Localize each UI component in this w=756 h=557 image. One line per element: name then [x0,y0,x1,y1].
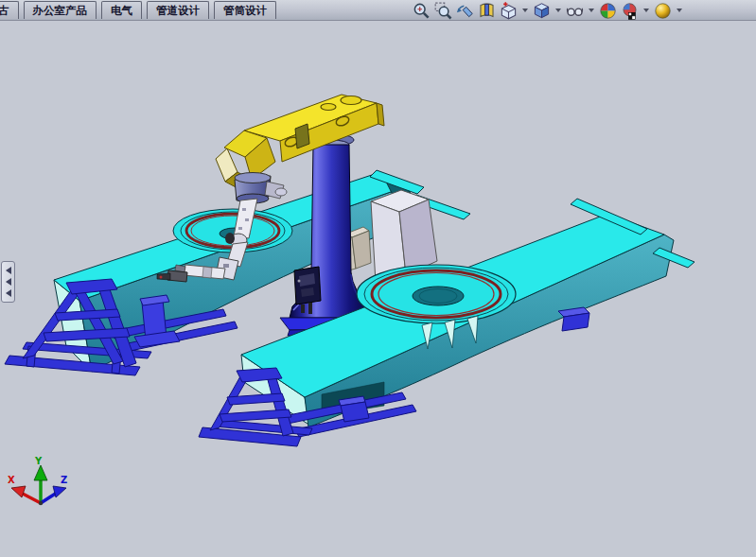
previous-view-icon[interactable] [456,2,474,20]
display-style-dropdown-arrow[interactable] [555,9,561,12]
hide-show-items-dropdown-arrow[interactable] [589,9,594,12]
view-settings-icon[interactable] [621,2,639,20]
view-orientation-dropdown-arrow[interactable] [522,9,528,12]
commandmanager-tab-2[interactable]: 办公室产品 [24,1,97,19]
reference-triad: X Y Z [8,456,67,505]
zoom-to-fit-icon[interactable] [413,2,431,20]
hide-show-items-icon[interactable] [566,2,584,20]
solidworks-window: { "tab_bar": { "tabs": [ { "label": "古",… [0,0,756,557]
commandmanager-bar: 古办公室产品电气管道设计管筒设计 [0,0,756,21]
commandmanager-tab-1[interactable]: 古 [0,1,19,19]
apply-scene-icon[interactable] [599,2,617,20]
commandmanager-tab-4[interactable]: 管道设计 [147,1,209,19]
expand-left-icon [6,267,11,274]
triad-z-label: Z [61,475,67,485]
commandmanager-tab-5[interactable]: 管筒设计 [214,1,276,19]
commandmanager-tabs: 古办公室产品电气管道设计管筒设计 [0,1,276,20]
panel-expander[interactable] [1,261,15,303]
section-view-icon[interactable] [478,2,496,20]
view-settings-dropdown-arrow[interactable] [643,9,649,12]
heads-up-view-toolbar [413,0,683,21]
edit-appearance-icon[interactable] [654,2,672,20]
rotation-ring-right[interactable] [357,265,516,323]
support-block-mid[interactable] [339,396,369,422]
zoom-to-area-icon[interactable] [434,2,452,20]
model-viewport[interactable]: X Y Z [0,0,756,557]
commandmanager-tab-3[interactable]: 电气 [101,1,142,19]
display-style-icon[interactable] [533,2,551,20]
edit-appearance-dropdown-arrow[interactable] [677,9,682,12]
expand-left-icon [6,289,11,297]
triad-y-label: Y [34,456,43,466]
expand-left-icon [6,278,11,286]
view-orientation-icon[interactable] [500,2,518,20]
support-block-right-end[interactable] [558,307,589,331]
triad-x-label: X [8,475,15,485]
